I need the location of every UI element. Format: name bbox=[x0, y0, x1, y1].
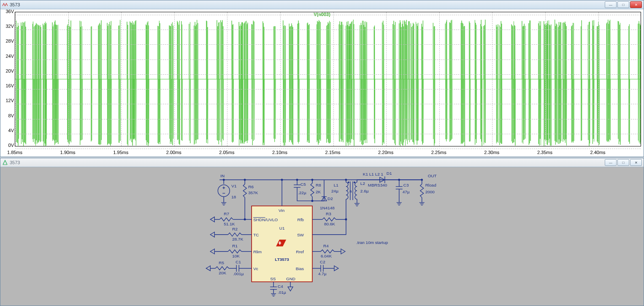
r3-ref: R3 bbox=[326, 211, 331, 216]
r2-ref: R2 bbox=[232, 227, 238, 231]
r8-ref: R8 bbox=[316, 183, 321, 187]
y-tick-label: 24V bbox=[1, 54, 14, 59]
x-tick-label: 2.20ms bbox=[378, 150, 393, 155]
app-root: 3573 — □ ✕ V(n003) 0V4V8V12V16V20V24V28V… bbox=[0, 0, 644, 306]
schematic-title: 3573 bbox=[10, 160, 20, 165]
y-tick-label: 4V bbox=[1, 128, 14, 133]
r6-val: 357K bbox=[248, 190, 258, 195]
pin-vin-label: Vin bbox=[279, 208, 284, 213]
y-tick-label: 20V bbox=[1, 68, 14, 73]
waveform-plot-area[interactable]: V(n003) 0V4V8V12V16V20V24V28V32V36V1.85m… bbox=[0, 9, 644, 157]
component-r8[interactable]: R8 2K bbox=[311, 180, 321, 201]
svg-point-21 bbox=[348, 181, 349, 183]
component-c4[interactable]: C4 .01µ bbox=[270, 282, 286, 296]
component-r1[interactable]: R1 10K bbox=[210, 244, 252, 258]
r1-val: 10K bbox=[232, 254, 240, 258]
x-tick-label: 2.35ms bbox=[537, 150, 552, 155]
component-l2[interactable]: L2 2.6µ bbox=[354, 180, 422, 206]
d2-ref: D2 bbox=[327, 196, 333, 201]
waveform-window-buttons: — □ ✕ bbox=[605, 1, 642, 8]
v1-val: 18 bbox=[231, 195, 236, 199]
schematic-window-buttons: — □ ✕ bbox=[605, 159, 642, 166]
c5-ref: C5 bbox=[300, 182, 306, 187]
c2-ref: C2 bbox=[320, 260, 325, 264]
component-r4[interactable]: R4 6.04K bbox=[312, 244, 345, 258]
y-tick-label: 36V bbox=[1, 9, 14, 14]
spice-directive[interactable]: .tran 10m startup bbox=[356, 240, 388, 245]
component-c3[interactable]: C3 47µ bbox=[396, 180, 410, 205]
l2-val: 2.6µ bbox=[360, 189, 369, 193]
component-r2[interactable]: R2 28.7K bbox=[210, 227, 252, 241]
x-tick-label: 2.30ms bbox=[484, 150, 499, 155]
r5-val: 20K bbox=[219, 271, 226, 275]
component-c1[interactable]: C1 .001µ bbox=[229, 260, 252, 276]
r7-val: 51.1K bbox=[224, 222, 235, 226]
component-c2[interactable]: C2 4.7µ bbox=[312, 260, 338, 276]
x-tick-label: 2.10ms bbox=[272, 150, 287, 155]
component-r3[interactable]: R3 80.6K bbox=[312, 211, 347, 226]
waveform-close-button[interactable]: ✕ bbox=[630, 1, 642, 8]
max-glyph: □ bbox=[622, 161, 625, 165]
close-glyph: ✕ bbox=[635, 161, 638, 165]
schematic-maximize-button[interactable]: □ bbox=[617, 159, 629, 166]
schematic-drawing: Vin SHDN/UVLO TC Rlim Vc SS Rfb SW Rref … bbox=[0, 167, 644, 306]
chip-part: LT3573 bbox=[275, 257, 289, 262]
r3-val: 80.6K bbox=[324, 222, 335, 226]
rload-ref: Rload bbox=[425, 183, 436, 187]
pin-bias-label: Bias bbox=[296, 266, 304, 271]
x-tick-label: 1.90ms bbox=[60, 150, 76, 155]
schematic-canvas[interactable]: Vin SHDN/UVLO TC Rlim Vc SS Rfb SW Rref … bbox=[0, 167, 644, 306]
c3-ref: C3 bbox=[403, 183, 409, 187]
min-glyph: — bbox=[609, 161, 612, 165]
component-rload[interactable]: Rload 2000 bbox=[419, 180, 436, 205]
r2-val: 28.7K bbox=[232, 237, 243, 241]
pin-vc-label: Vc bbox=[253, 266, 258, 271]
max-glyph: □ bbox=[622, 3, 625, 7]
waveform-maximize-button[interactable]: □ bbox=[617, 1, 629, 8]
c1-ref: C1 bbox=[235, 260, 241, 264]
waveform-app-icon bbox=[2, 2, 8, 8]
c4-val: .01µ bbox=[278, 290, 286, 295]
schematic-titlebar[interactable]: 3573 — □ ✕ bbox=[0, 158, 644, 167]
component-r5[interactable]: R5 20K bbox=[206, 260, 229, 275]
r7-ref: R7 bbox=[224, 211, 229, 216]
component-r7[interactable]: R7 51.1K bbox=[210, 211, 245, 226]
rload-val: 2000 bbox=[425, 190, 435, 194]
l2-ref: L2 bbox=[360, 181, 365, 186]
r6-ref: R6 bbox=[248, 184, 254, 189]
x-tick-label: 1.85ms bbox=[7, 150, 22, 155]
r5-ref: R5 bbox=[219, 260, 224, 265]
schematic-close-button[interactable]: ✕ bbox=[630, 159, 642, 166]
svg-point-24 bbox=[354, 181, 355, 183]
d1-ref: D1 bbox=[387, 171, 392, 176]
schematic-app-icon bbox=[2, 160, 8, 165]
waveform-titlebar[interactable]: 3573 — □ ✕ bbox=[0, 0, 644, 9]
pin-tc-label: TC bbox=[253, 233, 259, 237]
schematic-minimize-button[interactable]: — bbox=[605, 159, 617, 166]
close-glyph: ✕ bbox=[635, 3, 638, 7]
y-tick-label: 28V bbox=[1, 38, 14, 43]
min-glyph: — bbox=[609, 3, 612, 7]
l1-dot: a bbox=[349, 189, 352, 193]
d2-val: 1N4148 bbox=[320, 206, 335, 210]
waveform-minimize-button[interactable]: — bbox=[605, 1, 617, 8]
r4-val: 6.04K bbox=[321, 254, 332, 258]
svg-point-25 bbox=[345, 218, 347, 220]
component-c5[interactable]: C5 .22µ bbox=[294, 180, 312, 201]
component-v1[interactable]: V1 18 bbox=[218, 180, 237, 205]
chip-u1[interactable]: Vin SHDN/UVLO TC Rlim Vc SS Rfb SW Rref … bbox=[252, 206, 312, 282]
net-out-label: OUT bbox=[428, 173, 437, 178]
x-tick-label: 2.40ms bbox=[590, 150, 605, 155]
c1-val: .001µ bbox=[233, 271, 244, 276]
waveform-window: 3573 — □ ✕ V(n003) 0V4V8V12V16V20V24V28V… bbox=[0, 0, 644, 157]
c5-val: .22µ bbox=[298, 190, 306, 195]
y-tick-label: 8V bbox=[1, 113, 14, 118]
c3-val: 47µ bbox=[403, 190, 410, 194]
x-tick-label: 2.05ms bbox=[219, 150, 234, 155]
r8-val: 2K bbox=[316, 190, 321, 194]
waveform-title: 3573 bbox=[10, 2, 20, 7]
r4-ref: R4 bbox=[323, 244, 329, 248]
chip-ref: U1 bbox=[279, 226, 285, 230]
waveform-trace bbox=[15, 12, 641, 146]
v1-ref: V1 bbox=[231, 184, 237, 188]
